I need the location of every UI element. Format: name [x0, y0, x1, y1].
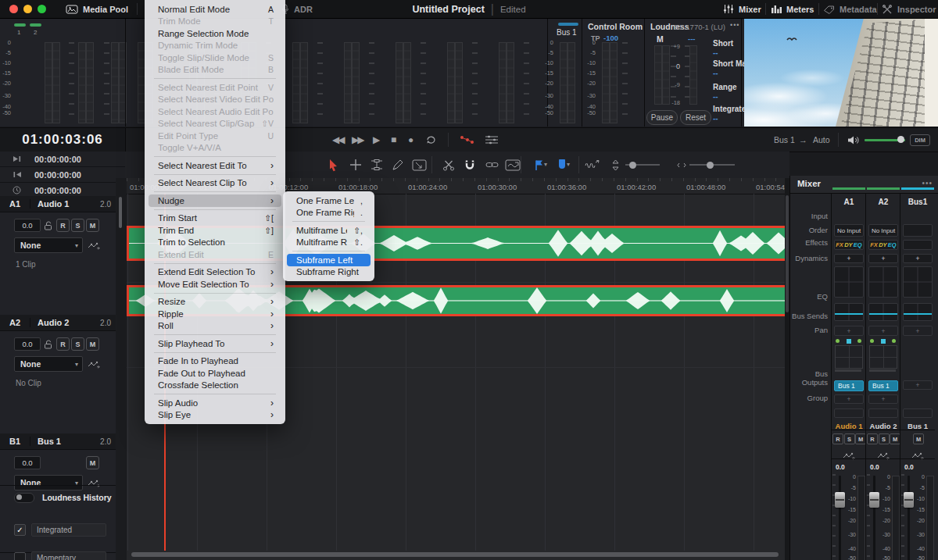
marker-chevron-icon[interactable]: ▾	[567, 161, 570, 168]
reset-button[interactable]: Reset	[680, 110, 711, 125]
bus-output-chip[interactable]: Bus 1	[868, 380, 898, 391]
transport-rewind-button[interactable]: ◀◀	[332, 128, 343, 152]
lock-icon[interactable]	[44, 338, 52, 352]
transport-play-button[interactable]: ▶	[373, 128, 378, 152]
transport-fastforward-button[interactable]: ▶▶	[352, 128, 363, 152]
loudness-history-toggle-row[interactable]: Loudness History	[0, 490, 116, 505]
tool-pencil[interactable]	[390, 157, 406, 173]
menu-item-slip-eye[interactable]: Slip Eye›	[149, 409, 281, 422]
eq-cell[interactable]	[903, 303, 933, 321]
bus-sends-add-button[interactable]: +	[903, 326, 933, 336]
menu-item-slip-audio[interactable]: Slip Audio›	[149, 397, 281, 409]
track-gain-input[interactable]: 0.0	[14, 337, 41, 351]
topbar-button-inspector[interactable]: Inspector	[882, 0, 936, 18]
track-gain-input[interactable]: 0.0	[14, 456, 41, 469]
minimize-window-button[interactable]	[23, 5, 32, 13]
channel-m-button[interactable]: M	[890, 433, 900, 444]
menu-item-one-frame-right[interactable]: One Frame Right.	[287, 207, 371, 219]
tool-range[interactable]	[369, 157, 385, 173]
bus-sends-add-button[interactable]: +	[868, 326, 898, 336]
menu-item-move-edit-selection-to[interactable]: Move Edit Selection To›	[149, 278, 281, 291]
track-m-button[interactable]: M	[86, 337, 99, 351]
track-bus-dropdown[interactable]: None▾	[14, 356, 83, 372]
track-s-button[interactable]: S	[71, 219, 84, 232]
volume-slider-knob[interactable]	[897, 136, 904, 143]
menu-item-multiframe-right[interactable]: Multiframe Right⇧.	[287, 237, 371, 249]
dynamics-cell[interactable]	[834, 266, 864, 298]
menu-item-resize[interactable]: Resize›	[149, 296, 281, 309]
automation-icon[interactable]	[460, 128, 475, 152]
menu-item-one-frame-left[interactable]: One Frame Left,	[287, 194, 371, 207]
fader-track[interactable]	[839, 476, 841, 560]
transport-record-button[interactable]: ●	[408, 128, 412, 152]
automation-squiggle-icon[interactable]	[843, 449, 855, 463]
track-bus-dropdown[interactable]: None▾	[14, 237, 83, 253]
input-cell[interactable]: No Input	[868, 224, 898, 237]
input-cell[interactable]	[903, 224, 933, 237]
fader-track[interactable]	[873, 476, 875, 560]
menu-item-crossfade-selection[interactable]: Crossfade Selection	[149, 380, 281, 392]
flag-chevron-icon[interactable]: ▾	[544, 161, 547, 168]
close-window-button[interactable]	[9, 5, 18, 13]
track-m-button[interactable]: M	[86, 456, 99, 469]
track-title-row[interactable]: B1Bus 12.0	[0, 433, 116, 450]
automation-squiggle-icon[interactable]	[88, 239, 100, 253]
order-cell[interactable]: FXDYEQ	[834, 240, 864, 250]
zoom-slider-knob[interactable]	[629, 162, 636, 169]
track-title-row[interactable]: A1Audio 12.0	[0, 196, 116, 212]
fader-track[interactable]	[908, 476, 910, 560]
channel-m-button[interactable]: M	[855, 433, 866, 444]
menu-item-subframe-right[interactable]: Subframe Right	[287, 266, 371, 279]
menu-item-multiframe-left[interactable]: Multiframe Left⇧,	[287, 224, 371, 237]
loudness-history-option[interactable]: Momentary	[0, 551, 116, 560]
menu-item-select-nearest-clip-to[interactable]: Select Nearest Clip To›	[149, 177, 281, 190]
channel-r-button[interactable]: R	[832, 433, 843, 444]
tool-frame[interactable]	[348, 157, 363, 173]
bus-output-add-button[interactable]: +	[834, 394, 864, 404]
track-r-button[interactable]: R	[56, 337, 70, 351]
effects-add-button[interactable]: +	[834, 254, 864, 263]
dynamics-cell[interactable]	[868, 266, 898, 298]
timeline-gutter[interactable]	[116, 178, 127, 560]
tool-transition[interactable]	[505, 157, 521, 173]
track-height-slider-knob[interactable]	[707, 162, 714, 169]
bus-output-add-button[interactable]: +	[903, 380, 933, 390]
menu-item-trim-start[interactable]: Trim Start⇧[	[149, 212, 281, 225]
checkbox-integrated[interactable]: ✓	[14, 524, 26, 536]
automation-settings-icon[interactable]	[485, 128, 499, 152]
pan-widget[interactable]	[835, 339, 863, 373]
channel-m-button[interactable]: M	[913, 433, 924, 444]
zoom-window-button[interactable]	[38, 5, 46, 13]
tool-zoombox[interactable]	[411, 157, 427, 173]
menu-item-subframe-left[interactable]: Subframe Left	[287, 254, 371, 266]
tool-diamond[interactable]	[607, 157, 623, 173]
order-cell[interactable]	[903, 240, 933, 250]
track-title-row[interactable]: A2Audio 22.0	[0, 315, 116, 331]
tool-wavearrow[interactable]	[585, 157, 600, 173]
menu-item-range-selection-mode[interactable]: Range Selection Mode	[149, 27, 281, 40]
loudness-history-toggle[interactable]	[14, 493, 34, 503]
topbar-button-mixer[interactable]: Mixer	[723, 0, 761, 18]
group-cell[interactable]	[834, 408, 864, 418]
menu-item-fade-in-to-playhead[interactable]: Fade In to Playhead	[149, 355, 281, 368]
bus-sends-add-button[interactable]: +	[834, 326, 864, 336]
menu-item-ripple[interactable]: Ripple›	[149, 308, 281, 320]
automation-squiggle-icon[interactable]	[911, 449, 924, 463]
channel-r-button[interactable]: R	[867, 433, 878, 444]
input-cell[interactable]: No Input	[834, 224, 864, 237]
menu-item-extend-edit-selection-to[interactable]: Extend Edit Selection To›	[149, 266, 281, 279]
loudness-options-icon[interactable]: •••	[730, 21, 739, 29]
mixer-options-icon[interactable]: •••	[922, 179, 933, 187]
eq-cell[interactable]	[834, 303, 864, 321]
automation-squiggle-icon[interactable]	[877, 449, 890, 463]
horizontal-scrollbar[interactable]	[131, 552, 779, 557]
channel-s-button[interactable]: S	[879, 433, 890, 444]
effects-add-button[interactable]: +	[903, 254, 933, 263]
transport-stop-button[interactable]: ■	[391, 128, 395, 152]
group-cell[interactable]	[903, 408, 933, 418]
group-cell[interactable]	[868, 408, 898, 418]
channel-s-button[interactable]: S	[844, 433, 855, 444]
pause-button[interactable]: Pause	[646, 110, 678, 125]
track-gain-input[interactable]: 0.0	[14, 219, 41, 232]
track-r-button[interactable]: R	[56, 219, 70, 232]
